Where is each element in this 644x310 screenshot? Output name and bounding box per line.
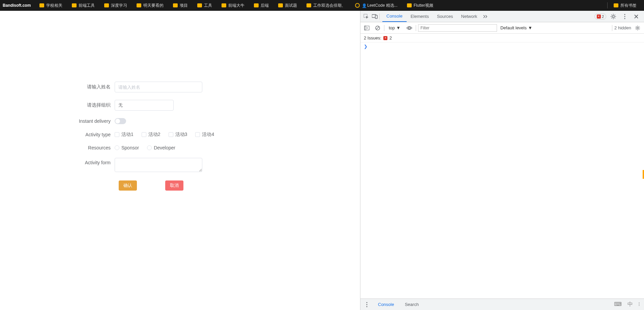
delivery-switch[interactable] (115, 118, 126, 124)
folder-icon (197, 3, 202, 7)
separator (384, 25, 384, 31)
live-expression-icon[interactable] (405, 24, 414, 32)
drawer-tab-console[interactable]: Console (374, 299, 398, 310)
name-input[interactable] (115, 82, 202, 92)
org-label: 请选择组织 (40, 102, 115, 108)
bookmark-label: Flutter视频 (414, 3, 433, 8)
svg-point-11 (637, 27, 639, 29)
folder-icon (407, 3, 412, 7)
activity-form-label: Activity form (40, 158, 115, 165)
more-tabs-icon[interactable] (481, 12, 490, 21)
switch-knob (115, 119, 120, 123)
checkbox-label: 活动3 (175, 132, 187, 138)
checkbox-icon (115, 132, 119, 137)
checkbox-icon (169, 132, 173, 137)
delivery-label: Instant delivery (40, 118, 115, 124)
filter-wrapper (418, 24, 497, 32)
form: 请输入姓名 请选择组织 无 Instant delivery (40, 82, 216, 191)
device-toggle-icon[interactable] (371, 12, 379, 21)
bookmarks-bar: Bandisoft.com 学校相关 前端工具 深度学习 明天要看的 项目 工具… (0, 0, 644, 11)
issues-row[interactable]: 2 Issues: ✕ 2 (360, 34, 644, 43)
activity-type-label: Activity type (40, 132, 115, 137)
folder-icon (306, 3, 311, 7)
bookmark-folder[interactable]: 工具 (193, 3, 217, 8)
page-content: 请输入姓名 请选择组织 无 Instant delivery (0, 11, 360, 310)
tab-console[interactable]: Console (382, 11, 407, 22)
issues-count: 2 (389, 35, 392, 40)
bookmark-leetcode[interactable]: 👤LeetCode 精选... (350, 3, 402, 8)
bookmark-folder[interactable]: 深度学习 (99, 3, 132, 8)
close-devtools-icon[interactable] (632, 12, 641, 21)
org-select[interactable]: 无 (115, 100, 174, 111)
context-value: top (389, 25, 395, 30)
svg-point-14 (367, 306, 368, 307)
separator (379, 13, 380, 20)
inspect-element-icon[interactable] (362, 12, 371, 21)
bookmark-folder[interactable]: 后端 (249, 3, 273, 8)
kebab-menu-icon[interactable] (620, 12, 629, 21)
bookmark-folder[interactable]: 前端工具 (67, 3, 99, 8)
folder-icon (39, 3, 44, 7)
checkbox-icon (195, 132, 200, 137)
toggle-sidebar-icon[interactable] (362, 24, 371, 32)
activity-checkbox-1[interactable]: 活动1 (115, 132, 134, 138)
leetcode-icon (355, 3, 360, 8)
activity-checkbox-3[interactable]: 活动3 (169, 132, 187, 138)
svg-rect-8 (364, 26, 366, 30)
error-count-pill[interactable]: ✕ 2 (594, 13, 606, 20)
resource-radio-developer[interactable]: Developer (147, 145, 175, 150)
console-settings-icon[interactable] (633, 24, 642, 32)
folder-icon (278, 3, 283, 7)
filter-input[interactable] (418, 24, 497, 32)
svg-point-12 (367, 302, 368, 303)
svg-point-3 (612, 16, 614, 18)
tab-elements[interactable]: Elements (407, 11, 433, 22)
bookmark-label: 前端大牛 (228, 3, 244, 8)
bookmark-folder[interactable]: 工作双选会排期、 (302, 3, 350, 8)
radio-icon (147, 145, 152, 150)
bookmark-folder[interactable]: Flutter视频 (402, 3, 438, 8)
user-icon: 👤 (362, 3, 366, 7)
clear-console-icon[interactable] (373, 24, 382, 32)
org-select-value: 无 (118, 102, 123, 108)
bookmark-folder[interactable]: 面试题 (273, 3, 302, 8)
console-body[interactable]: ❯ (360, 43, 644, 299)
svg-point-6 (624, 18, 625, 19)
bookmark-label: 深度学习 (111, 3, 127, 8)
drawer-tab-search[interactable]: Search (401, 299, 423, 310)
bookmark-label: 学校相关 (46, 3, 62, 8)
activity-form-textarea[interactable] (115, 158, 202, 172)
checkbox-label: 活动4 (202, 132, 214, 138)
bookmark-label: 工作双选会排期、 (313, 3, 346, 8)
bookmark-label: 明天要看的 (143, 3, 164, 8)
separator (607, 2, 608, 8)
log-levels-selector[interactable]: Default levels ▼ (499, 25, 534, 30)
activity-checkbox-2[interactable]: 活动2 (142, 132, 160, 138)
bookmark-folder[interactable]: 项目 (168, 3, 193, 8)
bookmark-folder[interactable]: 明天要看的 (132, 3, 168, 8)
tab-sources[interactable]: Sources (433, 11, 457, 22)
context-selector[interactable]: top ▼ (386, 24, 403, 31)
activity-checkbox-4[interactable]: 活动4 (195, 132, 214, 138)
bookmark-all[interactable]: 所有书签 (609, 3, 641, 8)
bookmark-folder[interactable]: 前端大牛 (217, 3, 249, 8)
drawer-kebab-icon[interactable] (362, 300, 371, 309)
confirm-button[interactable]: 确认 (119, 180, 137, 191)
settings-icon[interactable] (609, 12, 618, 21)
tab-network[interactable]: Network (457, 11, 481, 22)
bookmark-label: 后端 (261, 3, 269, 8)
resource-radio-sponsor[interactable]: Sponsor (115, 145, 139, 150)
radio-label: Developer (154, 145, 175, 150)
separator (612, 25, 612, 31)
bookmark-folder[interactable]: 学校相关 (35, 3, 67, 8)
checkbox-label: 活动2 (148, 132, 160, 138)
devtools-panel: Console Elements Sources Network ✕ 2 (360, 11, 644, 310)
bookmark-label: 项目 (180, 3, 188, 8)
bandisoft-logo[interactable]: Bandisoft.com (3, 3, 31, 8)
error-count: 2 (602, 15, 604, 19)
cancel-button[interactable]: 取消 (165, 180, 183, 191)
bookmark-label: 所有书签 (620, 3, 637, 8)
folder-icon (222, 3, 226, 7)
devtools-tabbar: Console Elements Sources Network ✕ 2 (360, 11, 644, 22)
hidden-count[interactable]: 2 hidden (614, 25, 631, 30)
